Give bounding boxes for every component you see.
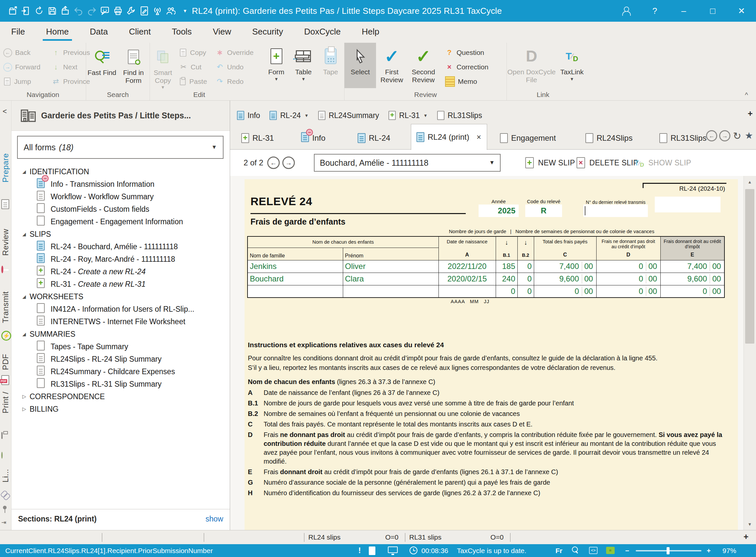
collapse-ribbon-button[interactable]: ^ [742, 91, 751, 99]
menu-tools[interactable]: Tools [170, 25, 194, 40]
cut-button[interactable]: ✂Cut [176, 61, 210, 73]
zoom-search-icon[interactable] [572, 547, 580, 554]
maximize-button[interactable]: □ [698, 0, 727, 22]
weeks-cell[interactable]: 0 [517, 285, 534, 298]
menu-client[interactable]: Client [127, 25, 153, 40]
next-slip-button[interactable]: → [282, 156, 295, 169]
tab-pdf-label[interactable]: PDF [1, 354, 10, 370]
tree-item-new-rl24[interactable]: +RL-24 - Create a new RL-24 [11, 265, 230, 278]
doc-tab-rl31[interactable]: +RL-31 [236, 126, 279, 150]
doc-tab-rl31slips[interactable]: RL31Slips [654, 126, 712, 150]
form-button[interactable]: + Form▼ [263, 43, 290, 82]
paste-button[interactable]: Paste [176, 76, 210, 87]
collapse-sidebar-button[interactable]: < [3, 107, 7, 116]
forward-button[interactable]: →Forward [0, 61, 44, 73]
dob-cell[interactable]: 2022/11/20 [439, 260, 496, 272]
zoom-slider-thumb[interactable] [667, 547, 670, 554]
show-link[interactable]: show [206, 515, 223, 524]
quick-tab-rl31slips[interactable]: RL31Slips [432, 109, 487, 122]
account-button[interactable] [611, 0, 640, 22]
options-wrench-icon[interactable] [126, 6, 136, 16]
doc-tab-info[interactable]: −Info [296, 126, 331, 150]
feedback-icon[interactable] [100, 6, 110, 16]
table-button[interactable]: ← Table▼ [290, 43, 317, 82]
tab-scroll-back-button[interactable]: ← [706, 130, 717, 141]
menu-view[interactable]: View [211, 25, 233, 40]
keyboard-icon[interactable]: ⌗ [606, 547, 615, 554]
quick-tab-info[interactable]: Info [232, 109, 265, 122]
sync-monitor-icon[interactable] [388, 547, 398, 553]
weeks-cell[interactable]: 0 [517, 272, 534, 285]
find-in-form-button[interactable]: Find in Form [118, 43, 149, 84]
weeks-cell[interactable]: 0 [517, 260, 534, 272]
tree-item-rl31slips[interactable]: RL31Slips - RL-31 Slip Summary [11, 378, 230, 390]
tab-scroll-forward-button[interactable]: → [719, 130, 730, 141]
override-button[interactable]: ∗Override [212, 47, 257, 59]
close-button[interactable]: ✕ [727, 0, 756, 22]
language-toggle[interactable]: Fr [555, 547, 563, 555]
noncredit-cell[interactable]: 000 [596, 272, 660, 285]
correction-button[interactable]: ×Correction [442, 61, 492, 73]
quick-tab-rl31[interactable]: +RL-31▼ [384, 109, 432, 122]
tree-item-new-rl31[interactable]: +RL-31 - Create a new RL-31 [11, 278, 230, 290]
backup-icon[interactable] [34, 6, 44, 16]
tree-item-workflow[interactable]: Workflow - Workflow Summary [11, 190, 230, 203]
add-form-button[interactable]: + [748, 109, 753, 119]
tree-item-rl24-bouchard[interactable]: RL-24 - Bouchard, Amélie - 111111118 [11, 240, 230, 253]
total-cell[interactable]: 000 [534, 285, 596, 298]
jump-button[interactable]: Jump [0, 76, 44, 87]
quick-tab-rl24[interactable]: RL-24▼ [265, 109, 313, 122]
dob-cell[interactable] [439, 285, 496, 298]
open-folder-icon[interactable] [60, 6, 70, 16]
last-name-cell[interactable] [247, 285, 343, 298]
tree-item-tapes[interactable]: Tapes - Tape Summary [11, 340, 230, 353]
menu-security[interactable]: Security [250, 25, 285, 40]
tab-print-label[interactable]: Print / [1, 391, 10, 413]
carry-forward-icon[interactable] [21, 6, 31, 16]
print-icon[interactable] [113, 6, 123, 16]
menu-home[interactable]: Home [44, 25, 71, 40]
scroll-down-button[interactable]: ▼ [744, 518, 756, 530]
first-name-cell[interactable]: Oliver [343, 260, 439, 272]
quick-tab-rl24summary[interactable]: RL24Summary [313, 109, 384, 122]
slip-selector-dropdown[interactable]: Bouchard, Amélie - 111111118 ▼ [314, 154, 501, 172]
first-name-cell[interactable] [343, 285, 439, 298]
save-icon[interactable] [47, 6, 57, 16]
fast-find-button[interactable]: Fast Find [86, 43, 118, 77]
add-status-pane-button[interactable]: + [744, 532, 749, 542]
show-slip-button[interactable]: T⁄D SHOW SLIP [634, 158, 691, 167]
refresh-icon[interactable]: ↻ [733, 130, 741, 142]
doc-tab-rl24slips[interactable]: RL24Slips [580, 126, 638, 150]
alert-icon[interactable]: ! [358, 546, 361, 555]
tab-links-truncated[interactable]: Li... [1, 469, 10, 482]
open-doxcycle-button[interactable]: D Open DoxCycle File [507, 43, 556, 84]
days-cell[interactable]: 240 [496, 272, 517, 285]
zoom-out-button[interactable]: − [625, 547, 629, 555]
delete-slip-button[interactable]: ×DELETE SLIP [577, 157, 638, 168]
select-button[interactable]: Select [344, 43, 376, 88]
doc-tab-engagement[interactable]: Engagement [495, 126, 561, 150]
memo-button[interactable]: Memo [442, 76, 492, 87]
broadcast-icon[interactable] [153, 6, 162, 16]
document-status-icon[interactable] [369, 547, 375, 555]
last-name-cell[interactable]: Jenkins [247, 260, 343, 272]
vertical-scrollbar[interactable]: ▲ ▼ [744, 176, 755, 530]
clipboard-icon[interactable] [1, 433, 3, 439]
field-code-icon[interactable]: <> [589, 547, 598, 554]
forms-filter-dropdown[interactable]: All forms(18) ▼ [17, 136, 223, 159]
minimize-button[interactable]: – [669, 0, 698, 22]
tree-item-info[interactable]: −Info - Transmission Information [11, 178, 230, 190]
tree-section-billing[interactable]: ▷BILLING [11, 403, 230, 415]
tree-section-slips[interactable]: ◢SLIPS [11, 228, 230, 240]
tree-item-customfields[interactable]: CustomFields - Custom fields [11, 203, 230, 215]
year-field[interactable]: 2025 [479, 205, 519, 217]
menu-doxcycle[interactable]: DoxCycle [302, 25, 342, 40]
scroll-up-button[interactable]: ▲ [744, 176, 756, 188]
menu-data[interactable]: Data [88, 25, 110, 40]
last-name-cell[interactable]: Bouchard [247, 272, 343, 285]
taxlink-button[interactable]: T⁄D TaxLink▼ [556, 43, 588, 82]
doc-tab-rl24[interactable]: RL-24 [352, 126, 395, 150]
tree-section-worksheets[interactable]: ◢WORKSHEETS [11, 290, 230, 303]
tape-button[interactable]: Tape [317, 43, 344, 76]
tab-transmit[interactable]: Transmit [1, 291, 10, 323]
